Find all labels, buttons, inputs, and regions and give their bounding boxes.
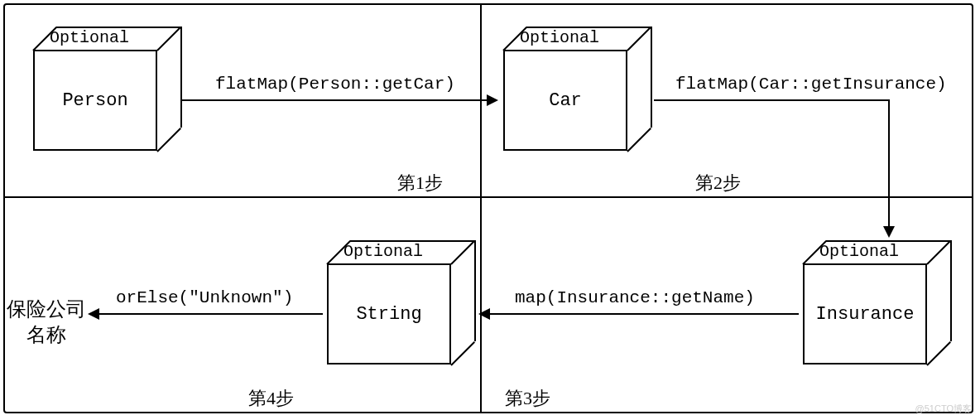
cube-content: Person (33, 50, 157, 151)
step-label-4: 第4步 (248, 386, 294, 411)
arrow-step3 (480, 313, 799, 315)
arrow-label-step4: orElse("Unknown") (116, 288, 293, 307)
step-label-2: 第2步 (695, 171, 741, 196)
arrow-step4 (89, 313, 323, 315)
arrow-label-step3: map(Insurance::getName) (515, 288, 755, 307)
watermark: @51CTO博客 (915, 403, 972, 415)
step-label-3: 第3步 (505, 386, 550, 411)
cube-string: Optional String (327, 240, 451, 364)
arrow-step1 (182, 99, 497, 101)
arrow-step2-v (888, 99, 890, 236)
vertical-divider (480, 3, 482, 413)
cube-content: Insurance (803, 263, 927, 364)
cube-insurance: Optional Insurance (803, 240, 927, 364)
horizontal-divider (3, 196, 973, 198)
cube-car: Optional Car (503, 27, 627, 151)
wrapper-label: Optional (819, 242, 899, 261)
wrapper-label: Optional (343, 242, 423, 261)
wrapper-label: Optional (50, 28, 129, 47)
arrow-step2-h (654, 99, 890, 101)
diagram-canvas: Optional Person Optional Car Optional In… (0, 0, 980, 420)
cube-content: Car (503, 50, 627, 151)
cube-person: Optional Person (33, 27, 157, 151)
arrow-label-step2: flatMap(Car::getInsurance) (675, 75, 947, 94)
wrapper-label: Optional (520, 28, 599, 47)
arrow-label-step1: flatMap(Person::getCar) (215, 75, 455, 94)
step-label-1: 第1步 (397, 171, 443, 196)
cube-content: String (327, 263, 451, 364)
final-output-label: 保险公司 名称 (5, 297, 88, 348)
